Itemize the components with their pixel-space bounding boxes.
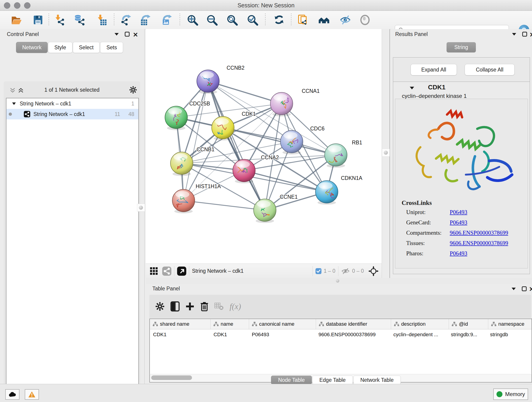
panel-close-icon[interactable]: ✕: [530, 31, 532, 38]
open-session-button[interactable]: [8, 12, 24, 27]
zoom-out-button[interactable]: [204, 12, 220, 27]
zoom-fit-button[interactable]: [225, 12, 240, 27]
zoom-selected-button[interactable]: [245, 12, 260, 27]
fit-selected-crosshair-icon[interactable]: [368, 266, 379, 276]
panel-collapse-icon[interactable]: [511, 287, 516, 291]
main-toolbar: ?: [0, 11, 532, 29]
birds-eye-view-button[interactable]: [357, 12, 373, 27]
network-node-CCNA1[interactable]: [270, 92, 293, 116]
crosslink-link[interactable]: P06493: [450, 219, 525, 226]
table-row[interactable]: CDK1CDK1P064939606.ENSP00000378699cyclin…: [150, 329, 532, 340]
import-network-file-button[interactable]: [52, 12, 67, 27]
panel-collapse-icon[interactable]: [114, 32, 119, 36]
table-cell[interactable]: cyclin–dependent ...: [390, 329, 448, 340]
table-panel-splitter[interactable]: [146, 278, 532, 284]
network-edge-CCNB2-HIST1H1A[interactable]: [184, 81, 208, 201]
panel-close-icon[interactable]: ✕: [529, 286, 532, 293]
grid-view-icon[interactable]: [150, 267, 158, 275]
tree-expand-icon[interactable]: [12, 102, 16, 105]
tab-select[interactable]: Select: [73, 42, 100, 53]
cloud-status-button[interactable]: [5, 389, 19, 400]
panel-close-icon[interactable]: ✕: [133, 31, 138, 38]
tab-sets[interactable]: Sets: [100, 42, 123, 53]
apply-layout-icon: [273, 14, 285, 26]
crosslink-link[interactable]: 9606.ENSP00000378699: [450, 240, 525, 246]
network-node-RB1[interactable]: [325, 144, 347, 168]
scrollbar-thumb[interactable]: [151, 375, 192, 380]
column-header-canonical-name[interactable]: canonical name: [249, 319, 316, 329]
open-in-window-icon[interactable]: [177, 267, 186, 276]
network-node-CDC6[interactable]: [280, 130, 303, 154]
panel-float-icon[interactable]: [522, 32, 527, 37]
tab-string[interactable]: String: [447, 42, 476, 52]
crosslink-link[interactable]: 9606.ENSP00000378699: [450, 230, 525, 236]
column-header-database-identifier[interactable]: database identifier: [316, 319, 391, 329]
column-header-namespace[interactable]: namespace: [488, 319, 532, 329]
zoom-in-button[interactable]: [185, 12, 200, 27]
tab-edge-table[interactable]: Edge Table: [312, 376, 353, 384]
memory-label: Memory: [505, 391, 525, 397]
tab-network-table[interactable]: Network Table: [353, 376, 401, 384]
first-neighbors-button[interactable]: [317, 12, 331, 27]
collapse-all-button[interactable]: Collapse All: [465, 64, 515, 75]
panel-float-icon[interactable]: [522, 286, 527, 291]
expand-all-button[interactable]: Expand All: [411, 64, 457, 75]
add-column-icon[interactable]: [186, 302, 194, 311]
table-cell[interactable]: CDK1: [210, 329, 249, 340]
delete-table-icon[interactable]: [215, 303, 224, 310]
export-table-button[interactable]: [138, 12, 153, 27]
show-graphics-details-button[interactable]: [338, 12, 353, 27]
right-splitter-handle[interactable]: [382, 149, 390, 157]
export-image-button[interactable]: [159, 12, 175, 27]
network-collection-row[interactable]: String Network – cdk1 1: [6, 98, 138, 109]
crosslink-link[interactable]: P06493: [450, 250, 525, 257]
crosslink-label: Tissues:: [406, 240, 425, 246]
delete-column-trash-icon[interactable]: [200, 302, 209, 311]
column-header-shared-name[interactable]: shared name: [150, 319, 210, 329]
network-edge-CCNB2-CCNE1[interactable]: [208, 81, 265, 210]
network-node-HIST1H1A[interactable]: [172, 189, 195, 213]
network-node-CDKN1A[interactable]: [316, 181, 338, 205]
memory-button[interactable]: Memory: [493, 389, 528, 400]
column-header-name[interactable]: name: [210, 319, 249, 329]
tab-style[interactable]: Style: [48, 42, 72, 53]
table-cell[interactable]: P06493: [249, 329, 315, 340]
warning-status-button[interactable]: [25, 389, 39, 400]
string-view-icon[interactable]: [162, 267, 171, 276]
tab-node-table[interactable]: Node Table: [271, 376, 312, 384]
splitter-dot[interactable]: [336, 279, 339, 283]
panel-float-icon[interactable]: [125, 32, 130, 37]
hidden-eye-icon[interactable]: [341, 268, 350, 274]
table-cell[interactable]: CDK1: [150, 329, 210, 340]
crosslink-link[interactable]: P06493: [450, 209, 525, 216]
function-builder-icon[interactable]: f(x): [230, 302, 241, 311]
show-columns-icon[interactable]: [171, 301, 180, 312]
network-node-CCNE1[interactable]: [254, 199, 276, 223]
clone-network-button[interactable]: [296, 12, 311, 27]
save-session-button[interactable]: [31, 12, 46, 27]
apply-layout-button[interactable]: [272, 12, 287, 27]
tab-network[interactable]: Network: [16, 42, 48, 53]
network-edge-CDK1-RB1[interactable]: [223, 128, 336, 155]
network-view-canvas[interactable]: CCNB2CCNA1CDC25BCDK1CDC6RB1CCNB1CCNA2CDK…: [146, 29, 382, 264]
network-edge-HIST1H1A-CCNE1[interactable]: [184, 201, 265, 210]
table-cell[interactable]: stringdb: [487, 329, 532, 340]
network-options-gear-icon[interactable]: [129, 86, 137, 94]
table-cell[interactable]: 9606.ENSP00000378699: [315, 329, 390, 340]
export-network-button[interactable]: [119, 12, 134, 27]
import-table-file-button[interactable]: [94, 12, 109, 27]
left-splitter-handle[interactable]: [137, 204, 145, 211]
network-row[interactable]: String Network – cdk1 11 48: [6, 109, 138, 119]
import-network-database-button[interactable]: [72, 12, 87, 27]
section-collapse-icon[interactable]: [409, 86, 415, 90]
protein-structure-image: [409, 101, 519, 198]
column-header--id[interactable]: @id: [449, 319, 488, 329]
node-label-CDC6: CDC6: [310, 126, 325, 132]
column-header-description[interactable]: description: [391, 319, 449, 329]
table-settings-gear-icon[interactable]: [155, 302, 165, 311]
network-node-CDC25B[interactable]: [165, 106, 187, 130]
selected-checkbox-icon[interactable]: [316, 268, 322, 274]
panel-collapse-icon[interactable]: [512, 32, 517, 36]
table-cell[interactable]: stringdb:9...: [448, 329, 487, 340]
network-edge-CCNB2-CCNA1[interactable]: [208, 81, 282, 104]
